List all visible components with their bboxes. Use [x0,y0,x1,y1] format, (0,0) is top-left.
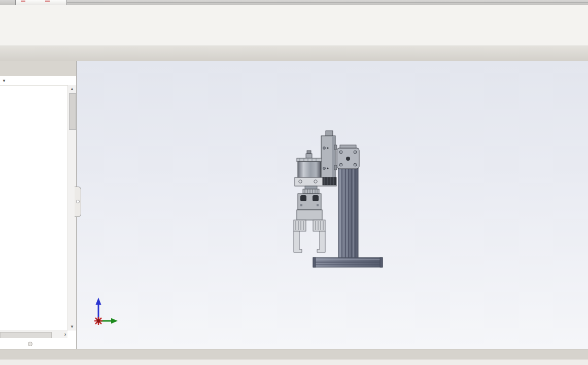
panel-footer [0,338,76,349]
window-edge-line [66,3,588,3]
top-window-fragment [0,0,588,5]
tree-horizontal-scrollbar[interactable]: › [0,331,67,339]
panel-tab-strip [0,61,76,76]
red-mark [45,1,50,2]
solidworks-window: ▼ ▲ ▼ › [0,0,588,365]
chevron-down-icon[interactable]: ▼ [2,79,6,83]
panel-filter-row[interactable]: ▼ [0,76,76,86]
scrollbar-thumb[interactable] [69,93,76,130]
command-tabs-row [0,46,588,61]
graphics-viewport[interactable] [77,61,588,349]
document-tab-bar [0,349,588,359]
main-area: ▼ ▲ ▼ › [0,61,588,349]
panel-splitter-handle[interactable] [75,187,81,217]
orientation-triad [89,291,127,328]
feature-tree [0,85,67,331]
scroll-right-icon[interactable]: › [64,332,66,337]
robot-assembly-model [77,61,588,349]
scroll-down-icon[interactable]: ▼ [68,323,76,331]
feature-manager-panel: ▼ ▲ ▼ › [0,61,77,349]
command-manager-ribbon [0,5,588,46]
scroll-up-icon[interactable]: ▲ [68,85,76,93]
status-bar [0,359,588,365]
red-mark [21,1,25,2]
collapse-handle-dot[interactable] [28,342,32,346]
